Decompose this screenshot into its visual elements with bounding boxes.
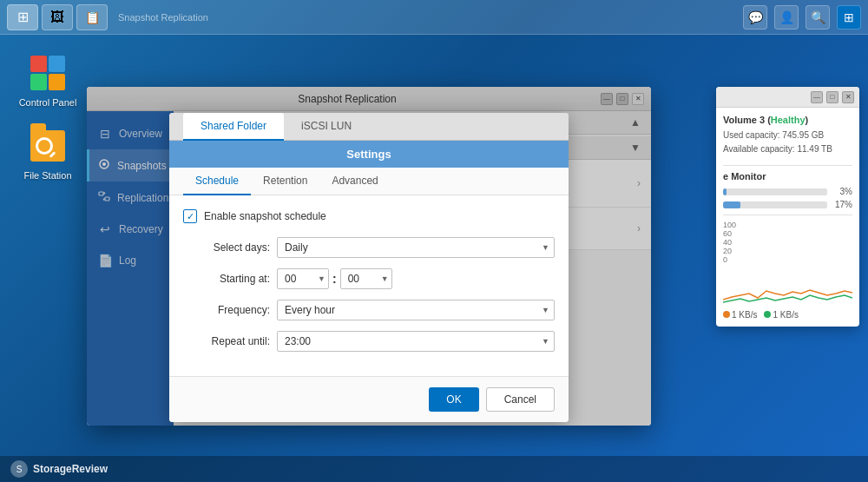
enable-schedule-checkbox[interactable]: ✓ xyxy=(183,209,197,223)
repeat-until-select[interactable]: 23:00 22:00 21:00 xyxy=(277,331,555,352)
starting-at-row: Starting at: 00 01 06 12 18 xyxy=(183,268,555,289)
volume-status: Healthy xyxy=(771,115,806,125)
control-panel-label: Control Panel xyxy=(19,97,77,108)
window-title-bar: Snapshot Replication xyxy=(118,12,208,23)
frequency-row: Frequency: Every hour Every 2 hours Ever… xyxy=(183,300,555,320)
dialog-overlay: Shared Folder iSCSI LUN Settings xyxy=(174,111,651,426)
cancel-button[interactable]: Cancel xyxy=(486,387,555,412)
repeat-until-control: 23:00 22:00 21:00 xyxy=(277,331,555,352)
search-icon-btn[interactable]: 🔍 xyxy=(806,5,830,30)
dialog-footer: OK Cancel xyxy=(174,376,569,422)
settings-tab-advanced[interactable]: Advanced xyxy=(319,168,390,195)
frequency-wrapper: Every hour Every 2 hours Every 4 hours E… xyxy=(277,300,555,320)
hour-wrapper: 00 01 06 12 18 xyxy=(277,268,329,289)
dialog-header: Settings xyxy=(174,141,569,168)
settings-tab-retention[interactable]: Retention xyxy=(251,168,319,195)
used-capacity: Used capacity: 745.95 GB xyxy=(723,129,852,142)
progress-bg-2 xyxy=(723,201,827,208)
file-station-img xyxy=(27,125,69,167)
storage-info: Volume 3 (Healthy) Used capacity: 745.95… xyxy=(723,115,852,156)
manager-app-button[interactable]: 📋 xyxy=(76,4,108,30)
minute-wrapper: 00 15 30 45 xyxy=(340,268,392,289)
hour-select[interactable]: 00 01 06 12 18 xyxy=(277,268,329,289)
right-panel-content: Volume 3 (Healthy) Used capacity: 745.95… xyxy=(716,108,859,327)
frequency-select[interactable]: Every hour Every 2 hours Every 4 hours E… xyxy=(277,300,555,320)
progress-row-2: 17% xyxy=(723,200,852,209)
io-legend-read: 1 KB/s xyxy=(723,310,757,320)
brand-name: StorageReview xyxy=(33,463,108,475)
app-window: Snapshot Replication — □ ✕ ⊟ Overview xyxy=(87,87,651,426)
chat-icon-btn[interactable]: 💬 xyxy=(743,5,767,30)
right-panel: — □ ✕ Volume 3 (Healthy) Used capacity: … xyxy=(716,87,859,327)
desktop-icon-btn[interactable]: ⊞ xyxy=(837,5,861,30)
control-panel-img xyxy=(27,52,69,94)
taskbar-top: ⊞ 🖼 📋 Snapshot Replication 💬 👤 🔍 ⊞ xyxy=(0,0,868,35)
brand-logo: S StorageReview xyxy=(10,460,108,478)
progress-fill-2 xyxy=(723,201,740,208)
select-days-select[interactable]: Daily Weekly Monthly xyxy=(277,237,555,258)
minute-select[interactable]: 00 15 30 45 xyxy=(340,268,392,289)
select-days-wrapper: Daily Weekly Monthly xyxy=(277,237,555,258)
taskbar-right: 💬 👤 🔍 ⊞ xyxy=(743,5,861,30)
settings-tab-schedule[interactable]: Schedule xyxy=(183,168,251,195)
settings-dialog: Shared Folder iSCSI LUN Settings xyxy=(174,113,569,422)
starting-at-time: 00 01 06 12 18 : xyxy=(277,268,392,289)
main-area: Shared Folders ▲ ▼ 📁 Photos No Scheduled… xyxy=(174,111,651,426)
time-colon: : xyxy=(332,272,337,286)
dialog-header-title: Settings xyxy=(346,148,391,161)
monitor-title: e Monitor xyxy=(723,171,852,182)
progress-row-1: 3% xyxy=(723,187,852,196)
io-legend-write: 1 KB/s xyxy=(764,310,798,320)
divider xyxy=(723,165,852,166)
volume-title-text: Volume 3 ( xyxy=(723,115,771,125)
select-days-label: Select days: xyxy=(183,241,270,254)
storage-title: Volume 3 (Healthy) xyxy=(723,115,852,125)
enable-schedule-row: ✓ Enable snapshot schedule xyxy=(183,209,555,223)
right-panel-restore[interactable]: □ xyxy=(826,91,838,103)
user-icon-btn[interactable]: 👤 xyxy=(774,5,799,30)
taskbar-left: ⊞ 🖼 📋 Snapshot Replication xyxy=(7,4,208,30)
grid-app-button[interactable]: ⊞ xyxy=(7,4,38,30)
repeat-until-wrapper: 23:00 22:00 21:00 xyxy=(277,331,555,352)
progress-pct-1: 3% xyxy=(831,187,852,196)
frequency-control: Every hour Every 2 hours Every 4 hours E… xyxy=(277,300,555,320)
starting-at-label: Starting at: xyxy=(183,273,270,285)
desktop-icons: Control Panel File Station xyxy=(17,52,78,181)
desktop: Control Panel File Station Snapshot Repl… xyxy=(0,35,868,456)
taskbar-bottom: S StorageReview xyxy=(0,456,868,482)
right-panel-minimize[interactable]: — xyxy=(811,91,823,103)
file-station-icon[interactable]: File Station xyxy=(17,125,78,181)
available-capacity: Available capacity: 11.49 TB xyxy=(723,142,852,156)
brand-icon: S xyxy=(10,460,28,478)
tab-shared-folder[interactable]: Shared Folder xyxy=(183,113,284,141)
ok-button[interactable]: OK xyxy=(429,387,478,412)
right-panel-close[interactable]: ✕ xyxy=(842,91,854,103)
sparkline-chart xyxy=(723,269,852,304)
file-station-label: File Station xyxy=(23,170,71,181)
control-panel-icon[interactable]: Control Panel xyxy=(17,52,78,108)
io-legend: 1 KB/s 1 KB/s xyxy=(723,310,852,320)
app-content: ⊟ Overview Snapshots xyxy=(87,111,651,426)
repeat-until-row: Repeat until: 23:00 22:00 21:00 xyxy=(183,331,555,352)
y-axis-label: 1006040200 xyxy=(723,221,852,264)
select-days-row: Select days: Daily Weekly Monthly xyxy=(183,237,555,258)
settings-content: ✓ Enable snapshot schedule Select days: … xyxy=(174,195,569,376)
enable-schedule-label: Enable snapshot schedule xyxy=(204,210,326,222)
tab-iscsi-lun[interactable]: iSCSI LUN xyxy=(284,113,369,141)
frequency-label: Frequency: xyxy=(183,304,270,316)
select-days-control: Daily Weekly Monthly xyxy=(277,237,555,258)
settings-tabs: Schedule Retention Advanced xyxy=(174,168,569,195)
divider-2 xyxy=(723,215,852,215)
dialog-tabs: Shared Folder iSCSI LUN xyxy=(174,113,569,141)
photo-app-button[interactable]: 🖼 xyxy=(42,4,73,30)
volume-suffix: ) xyxy=(806,115,809,125)
right-panel-titlebar: — □ ✕ xyxy=(716,87,859,108)
progress-fill-1 xyxy=(723,188,727,195)
repeat-until-label: Repeat until: xyxy=(183,335,270,347)
progress-bg-1 xyxy=(723,188,827,195)
progress-pct-2: 17% xyxy=(831,200,852,209)
